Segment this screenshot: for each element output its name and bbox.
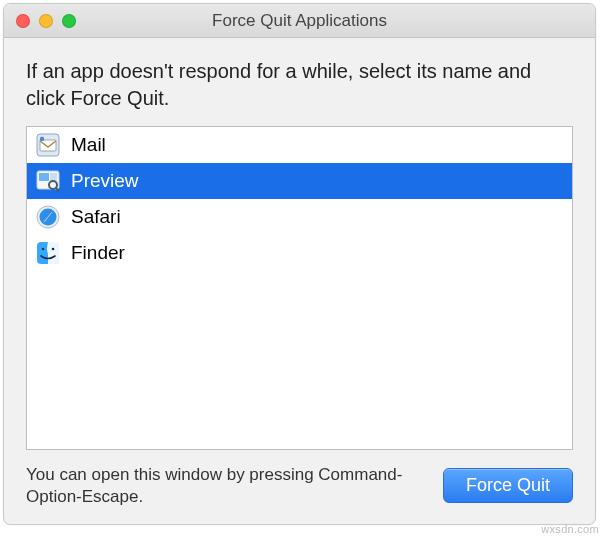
window-title: Force Quit Applications — [4, 11, 595, 31]
content: If an app doesn't respond for a while, s… — [4, 38, 595, 450]
finder-icon — [35, 240, 61, 266]
app-row-mail[interactable]: Mail — [27, 127, 572, 163]
preview-icon — [35, 168, 61, 194]
instruction-text: If an app doesn't respond for a while, s… — [26, 58, 573, 112]
svg-point-18 — [52, 248, 55, 251]
minimize-icon[interactable] — [39, 14, 53, 28]
svg-rect-4 — [39, 173, 49, 181]
app-list[interactable]: Mail Preview — [26, 126, 573, 450]
traffic-lights — [4, 14, 76, 28]
svg-point-2 — [40, 137, 44, 141]
app-name-label: Mail — [71, 134, 106, 156]
app-name-label: Finder — [71, 242, 125, 264]
safari-icon — [35, 204, 61, 230]
mail-icon — [35, 132, 61, 158]
titlebar: Force Quit Applications — [4, 4, 595, 38]
svg-rect-1 — [40, 140, 56, 151]
zoom-icon[interactable] — [62, 14, 76, 28]
force-quit-button[interactable]: Force Quit — [443, 468, 573, 503]
app-row-finder[interactable]: Finder — [27, 235, 572, 271]
svg-rect-5 — [50, 173, 57, 181]
watermark: wxsdn.com — [541, 523, 599, 535]
force-quit-window: Force Quit Applications If an app doesn'… — [3, 3, 596, 525]
svg-point-17 — [42, 248, 45, 251]
app-row-preview[interactable]: Preview — [27, 163, 572, 199]
app-name-label: Preview — [71, 170, 139, 192]
app-name-label: Safari — [71, 206, 121, 228]
app-row-safari[interactable]: Safari — [27, 199, 572, 235]
close-icon[interactable] — [16, 14, 30, 28]
footer-hint: You can open this window by pressing Com… — [26, 464, 419, 508]
footer: You can open this window by pressing Com… — [4, 450, 595, 524]
